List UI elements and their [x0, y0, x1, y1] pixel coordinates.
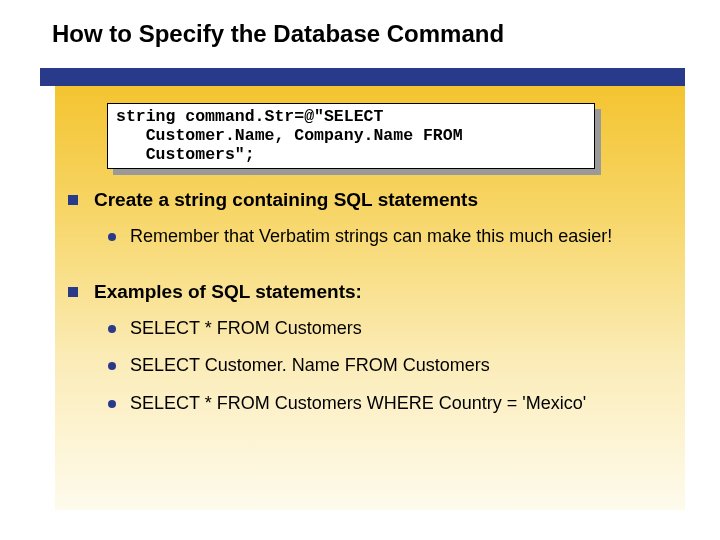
dot-bullet-icon — [108, 400, 116, 408]
list-item: Create a string containing SQL statement… — [68, 188, 675, 213]
bullet-text: Create a string containing SQL statement… — [94, 188, 478, 213]
spacer — [68, 262, 675, 280]
code-text: string command.Str=@"SELECT Customer.Nam… — [116, 108, 586, 165]
list-item: Remember that Verbatim strings can make … — [108, 225, 675, 248]
sub-bullet-text: SELECT * FROM Customers — [130, 317, 362, 340]
content-area: Create a string containing SQL statement… — [68, 188, 675, 429]
sub-bullet-text: Remember that Verbatim strings can make … — [130, 225, 612, 248]
sub-bullet-text: SELECT * FROM Customers WHERE Country = … — [130, 392, 586, 415]
square-bullet-icon — [68, 195, 78, 205]
slide-title: How to Specify the Database Command — [52, 20, 504, 48]
list-item: SELECT Customer. Name FROM Customers — [108, 354, 675, 377]
dot-bullet-icon — [108, 233, 116, 241]
square-bullet-icon — [68, 287, 78, 297]
list-item: SELECT * FROM Customers — [108, 317, 675, 340]
slide: How to Specify the Database Command stri… — [0, 0, 720, 540]
title-bar — [40, 68, 685, 86]
list-item: SELECT * FROM Customers WHERE Country = … — [108, 392, 675, 415]
list-item: Examples of SQL statements: — [68, 280, 675, 305]
sub-bullet-text: SELECT Customer. Name FROM Customers — [130, 354, 490, 377]
dot-bullet-icon — [108, 325, 116, 333]
code-box: string command.Str=@"SELECT Customer.Nam… — [107, 103, 595, 169]
bullet-text: Examples of SQL statements: — [94, 280, 362, 305]
dot-bullet-icon — [108, 362, 116, 370]
